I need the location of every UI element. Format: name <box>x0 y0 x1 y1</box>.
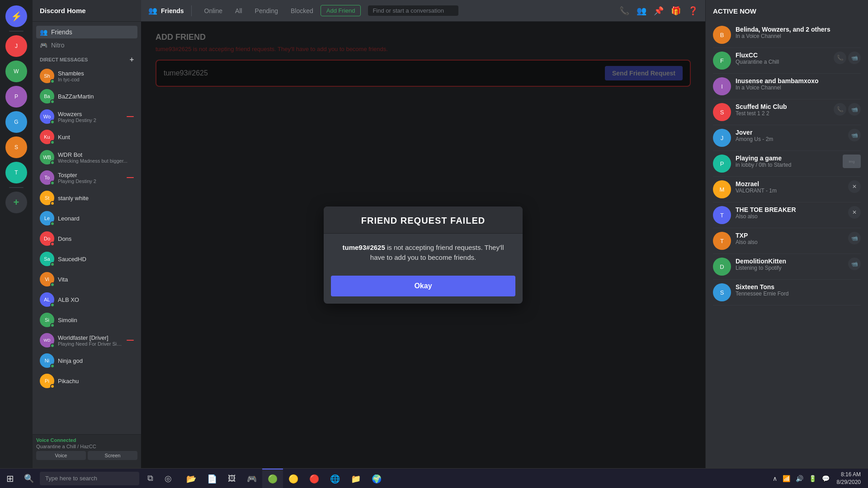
sys-tray-network[interactable]: 📶 <box>781 475 792 482</box>
taskbar-app-edge[interactable]: 🌍 <box>366 469 387 488</box>
tab-online[interactable]: Online <box>199 5 228 17</box>
server-icon-2[interactable]: W <box>5 61 27 82</box>
dm-item-stanly[interactable]: St stanly white <box>36 188 137 208</box>
taskbar-app-notepad[interactable]: 📄 <box>202 469 222 488</box>
server-icon-1[interactable]: J <box>5 35 27 57</box>
dm-item-ninjagod[interactable]: Ni Ninja god <box>36 351 137 371</box>
dm-item-saucedHD[interactable]: Sa SaucedHD <box>36 249 137 269</box>
active-user-fluxcc: F FluxCC Quarantine a Chill 📞 📹 <box>713 48 861 74</box>
video-txp-button[interactable]: 📹 <box>848 232 861 244</box>
taskbar-app-red[interactable]: 🔴 <box>304 469 325 488</box>
call-icon[interactable]: 📞 <box>619 6 629 16</box>
search-fake[interactable]: Find or start a conversation <box>368 5 458 16</box>
status-dot-wowzers <box>50 120 55 124</box>
friends-header-label: Friends <box>148 6 184 15</box>
gog-icon: 🟡 <box>288 474 298 484</box>
sidebar-item-friends[interactable]: 👥 Friends <box>36 26 137 38</box>
video-fluxcc-button[interactable]: 📹 <box>848 52 861 64</box>
taskbar-clock[interactable]: 8:16 AM 8/29/2020 <box>833 471 864 486</box>
video-demolition-button[interactable]: 📹 <box>848 258 861 270</box>
dm-text-shambles: Shambles In tyc-cod <box>58 70 134 82</box>
screen-btn[interactable]: Screen <box>88 451 137 460</box>
dm-item-tospter[interactable]: To Tospter Playing Destiny 2 <box>36 168 137 188</box>
dm-item-dons[interactable]: Do Dons <box>36 229 137 249</box>
channel-sidebar: Discord Home 👥 Friends 🎮 Nitro DIRECT ME… <box>33 0 141 488</box>
taskbar-app-files[interactable]: 📁 <box>345 469 366 488</box>
dm-item-simolin[interactable]: Si Simolin <box>36 310 137 330</box>
taskbar-app-game1[interactable]: 🎮 <box>241 469 262 488</box>
dm-item-bazmar[interactable]: Ba BaZZarMartin <box>36 86 137 106</box>
voice-bar-actions: Voice Screen <box>36 451 137 460</box>
modal-header: FRIEND REQUEST FAILED <box>324 206 523 234</box>
taskbar-app-explorer[interactable]: 📂 <box>181 469 202 488</box>
nitro-label: Nitro <box>51 42 65 49</box>
active-now-title: ACTIVE NOW <box>713 7 861 15</box>
start-button[interactable]: ⊞ <box>0 469 20 488</box>
dm-item-leonard[interactable]: Le Leonard <box>36 208 137 228</box>
info-txp: TXP Also also <box>736 232 844 245</box>
sidebar-item-nitro[interactable]: 🎮 Nitro <box>36 39 137 52</box>
gift-icon[interactable]: 🎁 <box>671 6 681 16</box>
sys-tray-battery[interactable]: 🔋 <box>807 475 818 482</box>
help-icon[interactable]: ❓ <box>688 6 698 16</box>
game1-icon: 🎮 <box>247 474 257 484</box>
taskbar-app-photos[interactable]: 🖼 <box>222 469 241 488</box>
avatar-playing: P <box>713 155 731 173</box>
tab-add-friend[interactable]: Add Friend <box>321 5 361 16</box>
server-icon-6[interactable]: T <box>5 162 27 183</box>
avatar-wowzers: Wo <box>40 109 54 124</box>
dm-item-pikachu[interactable]: Pi Pikachu <box>36 371 137 391</box>
taskbar-app-chrome[interactable]: 🌐 <box>325 469 345 488</box>
voice-btn[interactable]: Voice <box>36 451 86 460</box>
modal-overlay: FRIEND REQUEST FAILED tume93#2625 is not… <box>141 22 705 488</box>
avatar-fluxcc: F <box>713 52 731 70</box>
taskbar-search-bar[interactable]: Type here to search <box>40 472 139 485</box>
server-icon-4[interactable]: G <box>5 111 27 133</box>
video-scuffed-button[interactable]: 📹 <box>848 103 861 116</box>
dm-item-wowzers[interactable]: Wo Wowzers Playing Destiny 2 <box>36 107 137 127</box>
video-jover-button[interactable]: 📹 <box>848 129 861 141</box>
dm-item-albxo[interactable]: AL ALB XO <box>36 290 137 310</box>
dm-item-vita[interactable]: Vi Vita <box>36 269 137 289</box>
sys-tray-chevron[interactable]: ∧ <box>771 475 779 482</box>
dm-add-button[interactable]: + <box>130 56 134 64</box>
close-toebreaker-button[interactable]: ✕ <box>848 206 861 219</box>
info-jover: Jover Among Us - 2m <box>736 129 844 142</box>
taskbar-app-gog[interactable]: 🟡 <box>283 469 304 488</box>
taskbar-search-icon: 🔍 <box>20 469 38 488</box>
taskbar-task-view[interactable]: ⧉ <box>141 469 159 488</box>
status-dot-worldfaster <box>50 343 55 348</box>
dm-item-worldfaster[interactable]: WD Worldfaster [Driver] Playing Need For… <box>36 330 137 350</box>
taskbar-cortana[interactable]: ◎ <box>159 469 177 488</box>
sys-tray-notification[interactable]: 💬 <box>820 475 831 482</box>
friends-title: Friends <box>161 7 184 14</box>
sys-tray-volume[interactable]: 🔊 <box>794 475 805 482</box>
modal-title: FRIEND REQUEST FAILED <box>335 216 512 226</box>
group-icon[interactable]: 👥 <box>637 6 646 16</box>
info-scuffed: Scuffed Mic Club Test test 1 2 2 <box>736 103 829 117</box>
header-divider <box>191 5 192 16</box>
avatar-inusense: I <box>713 77 731 95</box>
explorer-icon: 📂 <box>186 474 196 484</box>
tab-all[interactable]: All <box>230 5 248 17</box>
call-scuffed-button[interactable]: 📞 <box>834 103 846 116</box>
modal-okay-button[interactable]: Okay <box>331 276 515 296</box>
server-icon-3[interactable]: P <box>5 86 27 108</box>
status-dot-pikachu <box>50 384 55 389</box>
info-sixteentons: Sixteen Tons Tennessee Ernie Ford <box>736 283 861 297</box>
call-fluxcc-button[interactable]: 📞 <box>834 52 846 64</box>
tab-pending[interactable]: Pending <box>250 5 283 17</box>
server-icon-add[interactable]: + <box>5 192 27 213</box>
server-icon-home[interactable]: ⚡ <box>5 5 27 27</box>
sidebar-body: 👥 Friends 🎮 Nitro DIRECT MESSAGES + Sh S… <box>33 22 141 434</box>
taskbar-app-steam[interactable]: 🟢 <box>262 469 283 488</box>
close-mozrael-button[interactable]: ✕ <box>848 180 861 193</box>
dm-item-shambles[interactable]: Sh Shambles In tyc-cod <box>36 66 137 86</box>
pin-icon[interactable]: 📌 <box>654 6 664 16</box>
dm-item-kunt[interactable]: Ku Kunt <box>36 127 137 147</box>
server-icon-5[interactable]: S <box>5 136 27 158</box>
tab-blocked[interactable]: Blocked <box>285 5 319 17</box>
active-user-jover: J Jover Among Us - 2m 📹 <box>713 125 861 151</box>
modal-username-bold: tume93#2625 <box>343 244 385 251</box>
dm-item-wdrbot[interactable]: WB WDR Bot Wrecking Madness but bigger..… <box>36 147 137 167</box>
